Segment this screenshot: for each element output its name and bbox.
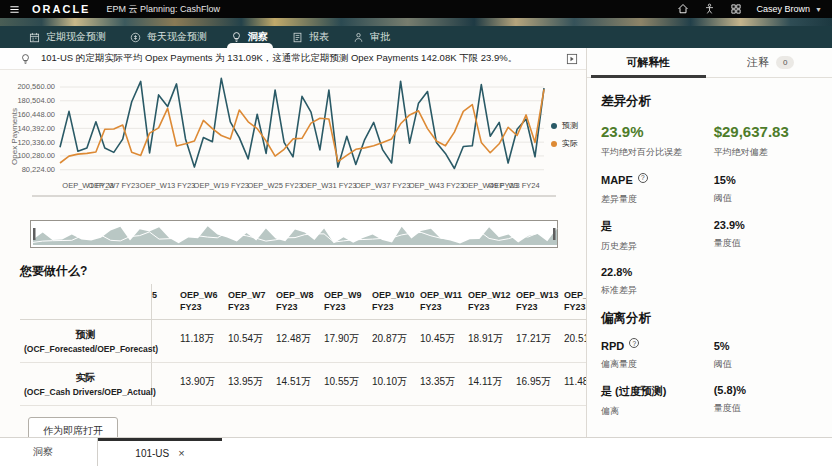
metric-value: RPD? [601,340,714,353]
table-column-header[interactable]: OEP_W6FY23 [180,284,228,320]
panel-tab-annotations[interactable]: 注释0 [710,48,832,77]
table-cell[interactable]: 13.90万 [180,363,228,406]
metric-label: 量度值 [714,237,818,250]
metric: 5%阈值 [714,340,818,372]
nav-tab-insights[interactable]: 洞察 [219,26,280,48]
svg-text:OEP_W3 FY24: OEP_W3 FY24 [488,181,539,190]
table-column-header[interactable]: OEP_W10FY23 [372,284,420,320]
close-icon[interactable]: × [178,448,184,459]
table-column-header[interactable]: OEP_W7FY23 [228,284,276,320]
table-cell[interactable]: 14.11万 [468,363,516,406]
table-cell[interactable]: 11.18万 [180,320,228,363]
svg-text:OEP_W7 FY23: OEP_W7 FY23 [88,181,139,190]
calendar-icon [29,32,40,43]
table-cell[interactable]: 13.95万 [228,363,276,406]
hamburger-menu-icon[interactable] [9,4,20,15]
table-column-header[interactable]: OEP_W11FY23 [420,284,468,320]
table-column-header[interactable]: 5 [152,284,180,320]
section-heading: 差异分析 [601,93,818,110]
scrubber-handle[interactable] [33,228,36,240]
table-column-header[interactable]: OEP_W12FY23 [468,284,516,320]
time-range-scrubber[interactable] [30,220,558,248]
table-cell[interactable]: 20.87万 [372,320,420,363]
table-cell[interactable]: 10.10万 [372,363,420,406]
table-column-header[interactable]: OEP_W13FY23 [516,284,564,320]
metric-value: 5% [714,340,818,352]
table-column-header[interactable]: OEP_W9FY23 [324,284,372,320]
nav-tab-periodic-cash-forecast[interactable]: 定期现金预测 [17,26,118,48]
svg-text:80,224.00: 80,224.00 [22,165,55,174]
table-row-header[interactable]: 实际(OCF_Cash Drivers/OEP_Actual) [20,363,152,406]
metric-value: 是 [601,219,714,234]
table-cell[interactable] [152,363,180,406]
nav-tab-label: 定期现金预测 [46,30,106,44]
nav-tab-reports[interactable]: 报表 [280,26,341,48]
metric-value: $29,637.83 [714,123,818,140]
accessibility-icon[interactable] [704,3,715,15]
table-cell[interactable]: 12.48万 [276,320,324,363]
approvals-icon [353,32,364,43]
content-area: 101-US 的定期实际平均 Opex Payments 为 131.09K，这… [0,48,832,437]
legend-label: 实际 [562,138,578,149]
table-cell[interactable]: 17.90万 [324,320,372,363]
table-cell[interactable]: 11.48万 [564,363,586,406]
table-column-header[interactable]: OEP_W8FY23 [276,284,324,320]
line-chart[interactable]: Opex Payments 80,224.00100,280.00120,336… [0,70,586,218]
report-icon [292,32,303,43]
metric: (5.8)%量度值 [714,384,818,418]
scrubber-handle[interactable] [553,228,556,240]
table-cell[interactable]: 13.35万 [420,363,468,406]
metric-label: 偏离 [601,405,714,418]
table-cell[interactable]: 10.55万 [324,363,372,406]
metric-row: RPD?偏离量度5%阈值 [601,340,818,372]
metric-label: 阈值 [714,358,818,371]
bottom-tab-101-us[interactable]: 101-US × [98,438,222,466]
legend-item[interactable]: 实际 [551,138,578,149]
table-cell[interactable]: 16.95万 [516,363,564,406]
legend-label: 预测 [562,120,578,131]
main-column: 101-US 的定期实际平均 Opex Payments 为 131.09K，这… [0,48,586,437]
banner-image [0,18,832,26]
expand-panel-icon[interactable] [566,53,578,65]
table-cell[interactable]: 10.45万 [420,320,468,363]
actions-heading: 您要做什么? [20,263,586,280]
chevron-down-icon: ▼ [815,6,822,13]
metric: 是历史差异 [601,219,714,253]
legend-item[interactable]: 预测 [551,120,578,131]
lightbulb-icon [20,53,31,65]
table-column-header[interactable]: OEP_W14FY23 [564,284,586,320]
user-menu[interactable]: Casey Brown ▼ [757,4,822,14]
table-cell[interactable]: 18.91万 [468,320,516,363]
scrubber-minimap [31,221,559,247]
help-icon[interactable]: ? [638,173,648,183]
metric-row: 22.8%标准差异 [601,266,818,297]
nav-tab-approvals[interactable]: 审批 [341,26,402,48]
metric-label: 历史差异 [601,240,714,253]
svg-text:100,280.00: 100,280.00 [17,151,55,160]
metric-value: 23.9% [714,219,818,231]
table-cell[interactable] [152,320,180,363]
metric-label: 标准差异 [601,284,714,297]
table-row-header[interactable]: 预测(OCF_Forecasted/OEP_Forecast) [20,320,152,363]
home-icon[interactable] [677,3,689,15]
insight-bar: 101-US 的定期实际平均 Opex Payments 为 131.09K，这… [0,48,586,70]
panel-tab-explainability[interactable]: 可解释性 [587,48,710,77]
app-switcher-grid-icon[interactable] [730,3,742,15]
chart-canvas: 80,224.00100,280.00120,336.00140,392.001… [0,70,586,200]
insight-text: 101-US 的定期实际平均 Opex Payments 为 131.09K，这… [41,52,517,65]
user-name: Casey Brown [757,4,811,14]
table-cell[interactable]: 10.54万 [228,320,276,363]
bottom-tab-bar: 洞察 101-US × [0,437,832,466]
count-badge: 0 [776,56,794,69]
panel-tabs: 可解释性注释0 [587,48,832,78]
help-icon[interactable]: ? [629,338,639,348]
table-cell[interactable]: 20.51万 [564,320,586,363]
metric: 是 (过度预测)偏离 [601,384,714,418]
metric-value: (5.8)% [714,384,818,396]
table-cell[interactable]: 14.51万 [276,363,324,406]
nav-tab-daily-cash-forecast[interactable]: 每天现金预测 [118,26,219,48]
svg-text:OEP_W13 FY23: OEP_W13 FY23 [140,181,195,190]
metric: RPD?偏离量度 [601,340,714,372]
metric: 23.9%量度值 [714,219,818,253]
table-cell[interactable]: 17.21万 [516,320,564,363]
